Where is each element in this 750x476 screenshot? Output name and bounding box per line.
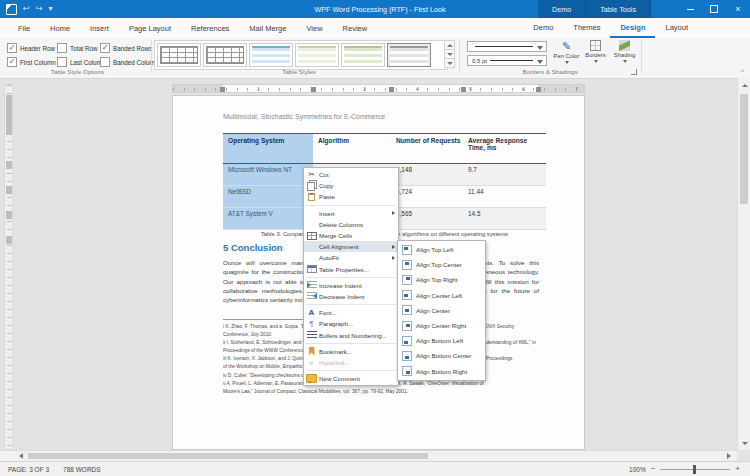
quick-access-dropdown-icon[interactable]: ▾: [48, 4, 52, 14]
table-style-thumbnail-2[interactable]: [203, 43, 247, 67]
ruler-column-marker[interactable]: [536, 87, 541, 92]
collapse-ribbon-icon[interactable]: ^: [741, 68, 744, 75]
vertical-scrollbar[interactable]: [737, 78, 750, 450]
tab-layout[interactable]: Layout: [655, 19, 698, 38]
tab-references[interactable]: References: [181, 20, 239, 37]
tab-page-layout[interactable]: Page Layout: [119, 20, 181, 37]
borders-button[interactable]: Borders: [582, 40, 609, 70]
gallery-scroll-down-button[interactable]: [444, 50, 455, 59]
table-cell[interactable]: 1,565: [391, 208, 463, 229]
tab-insert[interactable]: Insert: [80, 20, 119, 37]
undo-icon[interactable]: ↩: [23, 4, 30, 14]
shading-button[interactable]: Shading: [611, 40, 638, 70]
checkbox-header-row[interactable]: ✓ Header Row: [7, 43, 55, 53]
table-style-thumbnail-5[interactable]: [341, 43, 385, 67]
paragraph-icon: ¶: [309, 319, 313, 328]
menu-item-decrease-indent[interactable]: Decrease Indent: [304, 291, 398, 302]
zoom-slider-track[interactable]: [660, 469, 730, 470]
menu-item-insert[interactable]: Insert: [304, 208, 398, 219]
table-cell[interactable]: AT&T System V: [223, 208, 313, 229]
borders-icon: [590, 40, 601, 51]
menu-item-bullets-numbering[interactable]: Bullets and Numbering...: [304, 329, 398, 340]
table-style-thumbnail-4[interactable]: [295, 43, 339, 67]
table-style-thumbnail-3[interactable]: [249, 43, 293, 67]
dialog-launcher-icon[interactable]: [631, 69, 637, 75]
submenu-item-align-center[interactable]: Align Center: [398, 303, 485, 318]
table-cell[interactable]: Microsoft Windows NT: [223, 164, 313, 185]
menu-item-bookmark[interactable]: Bookmark...: [304, 346, 398, 357]
checkbox-total-row[interactable]: Total Row: [57, 43, 98, 53]
menu-item-paragraph[interactable]: ¶ Paragraph...: [304, 318, 398, 329]
scroll-down-button[interactable]: [740, 438, 749, 448]
table-cell[interactable]: 7,148: [391, 164, 463, 185]
zoom-out-button[interactable]: −: [651, 465, 656, 473]
menu-item-merge-cells[interactable]: Merge Cells: [304, 230, 398, 241]
checkbox-last-column[interactable]: Last Column: [57, 57, 105, 67]
table-cell[interactable]: 5,724: [391, 186, 463, 207]
line-weight-combobox[interactable]: 0.5 pt: [467, 55, 547, 66]
table-cell[interactable]: 14.5: [463, 208, 546, 229]
submenu-item-align-top-right[interactable]: Align Top Right: [398, 272, 485, 287]
table-cell[interactable]: 9.7: [463, 164, 546, 185]
table-style-thumbnail-selected[interactable]: [387, 43, 431, 67]
menu-item-paste[interactable]: Paste: [304, 191, 398, 202]
submenu-item-align-bottom-center[interactable]: Align Bottom Center: [398, 348, 485, 363]
tab-home[interactable]: Home: [40, 20, 80, 37]
menu-item-cut[interactable]: ✂ Cut: [304, 169, 398, 180]
submenu-item-align-center-left[interactable]: Align Center Left: [398, 288, 485, 303]
menu-item-autofit[interactable]: AutoFit: [304, 252, 398, 263]
menu-item-delete-columns[interactable]: Delete Columns: [304, 219, 398, 230]
menu-item-table-properties[interactable]: Table Properties...: [304, 264, 398, 275]
menu-item-font[interactable]: A Font...: [304, 307, 398, 318]
pen-color-button[interactable]: ✎ Pen Color: [553, 40, 580, 70]
scroll-up-button[interactable]: [740, 80, 749, 90]
submenu-item-align-top-left[interactable]: Align Top Left: [398, 242, 485, 257]
horizontal-scroll-thumb[interactable]: [28, 453, 428, 459]
tab-file[interactable]: File: [8, 20, 40, 37]
table-header-cell[interactable]: Average Response Time, ms: [463, 134, 546, 163]
minimize-button[interactable]: [678, 0, 702, 18]
tab-demo[interactable]: Demo: [523, 19, 563, 38]
ruler-column-marker[interactable]: [220, 87, 225, 92]
zoom-slider-thumb[interactable]: [693, 465, 696, 474]
close-button[interactable]: ×: [726, 0, 750, 18]
scroll-left-button[interactable]: [14, 453, 24, 459]
submenu-item-align-bottom-left[interactable]: Align Bottom Left: [398, 333, 485, 348]
table-header-cell[interactable]: Number of Requests: [391, 134, 463, 163]
zoom-level: 100%: [629, 466, 646, 473]
horizontal-scrollbar[interactable]: [0, 450, 737, 461]
gallery-scroll-up-button[interactable]: [444, 40, 455, 50]
ruler-column-marker[interactable]: [461, 87, 466, 92]
menu-item-copy[interactable]: Copy: [304, 180, 398, 191]
horizontal-ruler[interactable]: 1 2 3 4 5 6 7: [172, 84, 585, 93]
table-cell[interactable]: 11.44: [463, 186, 546, 207]
menu-item-increase-indent[interactable]: Increase Indent: [304, 280, 398, 291]
vertical-scroll-thumb[interactable]: [740, 94, 748, 204]
vertical-ruler[interactable]: [4, 84, 13, 450]
menu-item-cell-alignment[interactable]: Cell Alignment: [304, 241, 398, 252]
checkbox-banded-rows[interactable]: ✓ Banded Rows: [100, 43, 152, 53]
tab-design[interactable]: Design: [610, 19, 655, 38]
menu-item-new-comment[interactable]: New Comment: [304, 373, 398, 384]
tab-themes[interactable]: Themes: [563, 19, 610, 38]
gallery-expand-button[interactable]: [444, 59, 455, 68]
submenu-item-align-center-right[interactable]: Align Center Right: [398, 318, 485, 333]
submenu-item-align-bottom-right[interactable]: Align Bottom Right: [398, 364, 485, 379]
checkbox-first-column[interactable]: ✓ First Column: [7, 57, 56, 67]
maximize-button[interactable]: [702, 0, 726, 18]
ruler-column-marker[interactable]: [311, 87, 316, 92]
table-header-cell[interactable]: Operating System: [223, 134, 313, 163]
table-style-thumbnail-1[interactable]: [157, 43, 201, 67]
table-header-cell[interactable]: Algorithm: [313, 134, 391, 163]
tab-view[interactable]: View: [296, 20, 332, 37]
tab-mail-merge[interactable]: Mail Merge: [239, 20, 296, 37]
checkbox-banded-columns[interactable]: Banded Columns: [100, 57, 161, 67]
ruler-column-marker[interactable]: [389, 87, 394, 92]
redo-icon[interactable]: ↪: [36, 4, 43, 14]
scroll-right-button[interactable]: [725, 453, 735, 459]
zoom-in-button[interactable]: +: [735, 465, 740, 473]
submenu-item-align-top-center[interactable]: Align Top Center: [398, 257, 485, 272]
table-cell[interactable]: NetBSD: [223, 186, 313, 207]
tab-review[interactable]: Review: [333, 20, 378, 37]
line-style-combobox[interactable]: [467, 41, 547, 52]
